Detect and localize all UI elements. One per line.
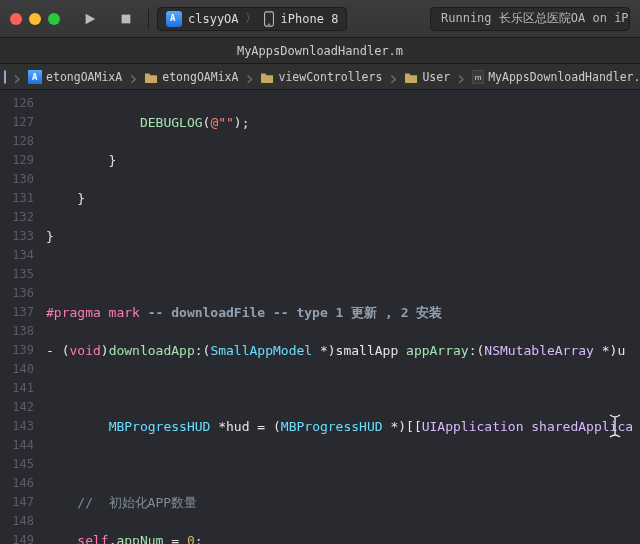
line-number: 126: [0, 94, 42, 113]
line-number: 136: [0, 284, 42, 303]
line-number: 138: [0, 322, 42, 341]
code-text: #pragma mark: [46, 305, 140, 320]
activity-status[interactable]: Running 长乐区总医院OA on iPhon: [430, 7, 630, 31]
status-text: Running 长乐区总医院OA on iPhon: [441, 10, 630, 27]
code-text: downloadApp: [109, 343, 195, 358]
code-text: =: [163, 533, 186, 544]
code-text: *)[[: [383, 419, 422, 434]
chevron-right-icon: ›: [122, 66, 144, 90]
device-name: iPhone 8: [281, 12, 339, 26]
jumpbar-project[interactable]: etongOAMixA: [28, 70, 122, 84]
line-number: 142: [0, 398, 42, 417]
code-area[interactable]: DEBUGLOG(@""); } } } #pragma mark -- dow…: [42, 90, 640, 544]
code-text: }: [46, 153, 116, 168]
code-text: ): [101, 343, 109, 358]
line-number: 130: [0, 170, 42, 189]
code-text: [46, 419, 109, 434]
code-text: UIApplication: [422, 419, 524, 434]
chevron-right-icon: 〉: [245, 10, 257, 27]
code-text: SmallAppModel: [210, 343, 312, 358]
code-text: MBProgressHUD: [281, 419, 383, 434]
line-number: 133: [0, 227, 42, 246]
folder-icon: [144, 71, 158, 83]
text-cursor-icon: [559, 393, 624, 464]
line-number: 131: [0, 189, 42, 208]
line-number: 144: [0, 436, 42, 455]
chevron-right-icon: ›: [238, 66, 260, 90]
code-text: *hud = (: [210, 419, 280, 434]
line-number: 132: [0, 208, 42, 227]
line-number: 135: [0, 265, 42, 284]
code-text: - (: [46, 343, 69, 358]
chevron-right-icon: ›: [6, 66, 28, 90]
code-text: appNum: [116, 533, 163, 544]
tab-bar: MyAppsDownloadHandler.m: [0, 38, 640, 64]
code-text: NSMutableArray: [484, 343, 594, 358]
project-icon: [28, 70, 42, 84]
code-text: *): [312, 343, 335, 358]
jumpbar-folder-1[interactable]: etongOAMixA: [144, 70, 238, 84]
line-number: 128: [0, 132, 42, 151]
line-number: 148: [0, 512, 42, 531]
line-number: 146: [0, 474, 42, 493]
chevron-right-icon: ›: [382, 66, 404, 90]
tab-filename[interactable]: MyAppsDownloadHandler.m: [237, 44, 403, 58]
jumpbar-folder-2[interactable]: viewControllers: [260, 70, 382, 84]
code-text: );: [234, 115, 250, 130]
code-text: DEBUGLOG: [46, 115, 203, 130]
code-text: @"": [210, 115, 233, 130]
scheme-name: clsyyOA: [188, 12, 239, 26]
minimize-icon[interactable]: [29, 13, 41, 25]
svg-text:m: m: [475, 73, 482, 82]
scheme-selector[interactable]: clsyyOA 〉 iPhone 8: [157, 7, 347, 31]
close-icon[interactable]: [10, 13, 22, 25]
stop-button[interactable]: [112, 8, 140, 30]
line-number-gutter: 1261271281291301311321331341351361371381…: [0, 90, 42, 544]
jumpbar-file-label: MyAppsDownloadHandler.m: [488, 70, 640, 84]
line-number: 145: [0, 455, 42, 474]
code-text: :(: [469, 343, 485, 358]
run-button[interactable]: [76, 8, 104, 30]
line-number: 137: [0, 303, 42, 322]
toolbar: clsyyOA 〉 iPhone 8 Running 长乐区总医院OA on i…: [0, 0, 640, 38]
jumpbar-folder-1-label: etongOAMixA: [162, 70, 238, 84]
code-text: [46, 533, 77, 544]
line-number: 140: [0, 360, 42, 379]
toolbar-divider: [148, 9, 149, 29]
code-text: // 初始化APP数量: [46, 495, 197, 510]
app-icon: [166, 11, 182, 27]
window-traffic-lights: [10, 13, 60, 25]
code-text: appArray: [406, 343, 469, 358]
code-text: self: [77, 533, 108, 544]
code-text: [398, 343, 406, 358]
jumpbar-folder-3[interactable]: User: [404, 70, 450, 84]
code-editor[interactable]: 1261271281291301311321331341351361371381…: [0, 90, 640, 544]
code-text: MBProgressHUD: [109, 419, 211, 434]
code-text: smallApp: [336, 343, 399, 358]
code-text: void: [69, 343, 100, 358]
code-text: :(: [195, 343, 211, 358]
jump-bar[interactable]: › etongOAMixA › etongOAMixA › viewContro…: [0, 64, 640, 90]
code-text: -- downloadFile -- type 1 更新 , 2 安装: [140, 305, 442, 320]
jumpbar-folder-2-label: viewControllers: [278, 70, 382, 84]
code-text: ;: [195, 533, 203, 544]
chevron-right-icon: ›: [450, 66, 472, 90]
line-number: 141: [0, 379, 42, 398]
line-number: 139: [0, 341, 42, 360]
svg-rect-1: [122, 14, 131, 23]
folder-icon: [260, 71, 274, 83]
line-number: 129: [0, 151, 42, 170]
line-number: 147: [0, 493, 42, 512]
folder-icon: [404, 71, 418, 83]
jumpbar-folder-3-label: User: [422, 70, 450, 84]
jumpbar-file[interactable]: m MyAppsDownloadHandler.m: [472, 70, 640, 84]
code-text: }: [46, 191, 85, 206]
maximize-icon[interactable]: [48, 13, 60, 25]
device-icon: [263, 11, 275, 27]
line-number: 149: [0, 531, 42, 544]
svg-point-3: [268, 23, 270, 25]
svg-marker-0: [86, 13, 96, 24]
code-text: }: [46, 229, 54, 244]
line-number: 134: [0, 246, 42, 265]
code-text: 0: [187, 533, 195, 544]
